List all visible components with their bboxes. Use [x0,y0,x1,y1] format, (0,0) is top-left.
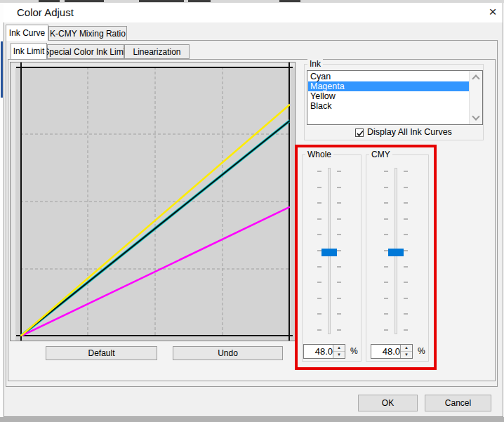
tab-label: Special Color Ink Limit [44,47,127,57]
button-label: Cancel [445,398,471,408]
curve-black [20,121,290,336]
spin-up-icon[interactable]: ▲ [333,345,345,352]
whole-groupbox: Whole [302,154,362,362]
list-item-black[interactable]: Black [308,101,472,111]
dialog-title: Color Adjust [17,6,74,18]
button-label: Default [88,348,114,358]
remnant-text-fragment [65,0,104,2]
cmy-percent-label: % [418,346,425,356]
cancel-button[interactable]: Cancel [425,395,491,411]
whole-spinbox[interactable]: ▲ ▼ [303,344,345,359]
undo-button[interactable]: Undo [173,346,283,360]
ink-curves-svg [20,67,290,336]
tab-linearization[interactable]: Linearization [124,44,190,59]
background-blue-sliver [1,41,3,98]
screen: Color Adjust × Ink Curve K-CMY Mixing Ra… [0,0,504,422]
ink-listbox[interactable]: Cyan Magenta Yellow Black [307,70,483,125]
whole-spinner: ▲ ▼ [333,345,345,358]
button-label: Undo [218,348,238,358]
tab-label: Ink Limit [13,46,45,56]
tab-ink-curve[interactable]: Ink Curve [6,25,48,41]
tab-label: Ink Curve [9,28,45,38]
cmy-spinner: ▲ ▼ [400,345,412,358]
spin-down-icon[interactable]: ▼ [333,352,345,358]
cmy-group-label: CMY [369,150,392,159]
ok-button[interactable]: OK [358,395,418,411]
cmy-slider-handle[interactable] [388,249,404,256]
default-button[interactable]: Default [46,346,157,360]
list-item-yellow[interactable]: Yellow [308,91,472,101]
cmy-value-input[interactable] [371,345,400,358]
display-all-ink-curves-label: Display All Ink Curves [367,127,452,137]
title-bar[interactable] [4,3,503,22]
scroll-up-icon[interactable] [473,74,478,79]
close-icon[interactable]: × [484,4,501,20]
listbox-scrollbar[interactable] [469,71,482,124]
button-label: OK [382,398,394,408]
remnant-text-fragment [139,0,184,2]
tab-special-color-ink-limit[interactable]: Special Color Ink Limit [47,44,124,59]
whole-percent-label: % [350,346,358,356]
background-window-remnant-bottom [0,417,504,422]
whole-value-input[interactable] [304,345,333,358]
whole-group-label: Whole [305,150,333,159]
list-item-cyan[interactable]: Cyan [308,72,472,81]
display-all-ink-curves-checkbox[interactable] [355,128,364,137]
checkmark-icon [356,129,364,138]
spin-up-icon[interactable]: ▲ [401,345,412,352]
curve-yellow [20,105,290,336]
whole-slider-handle[interactable] [321,249,337,256]
tab-kcmy-mixing-ratio[interactable]: K-CMY Mixing Ratio [48,26,127,41]
remnant-text-fragment [188,0,211,2]
tab-ink-limit[interactable]: Ink Limit [11,43,47,59]
tab-label: K-CMY Mixing Ratio [50,29,126,39]
cmy-spinbox[interactable]: ▲ ▼ [371,344,413,359]
curve-magenta [20,207,290,336]
list-item-magenta[interactable]: Magenta [308,81,472,91]
scroll-down-icon[interactable] [473,114,478,119]
spin-down-icon[interactable]: ▼ [401,352,412,358]
ink-group-label: Ink [307,59,323,69]
tab-label: Linearization [133,47,180,57]
remnant-text-fragment [279,0,300,2]
cmy-groupbox: CMY [366,154,429,362]
remnant-text-fragment [39,0,60,2]
